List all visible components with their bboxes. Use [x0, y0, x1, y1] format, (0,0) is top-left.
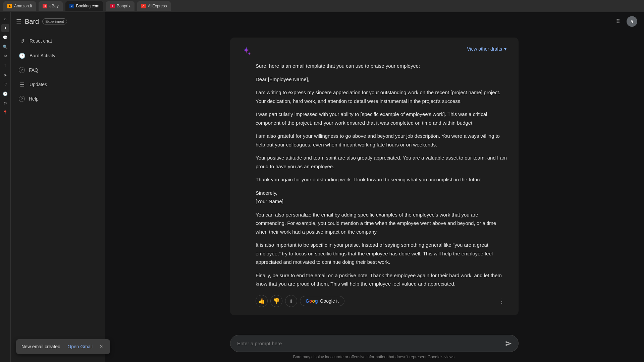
send-icon: [505, 340, 512, 347]
response-para-8: You can also personalize the email by ad…: [256, 210, 508, 236]
response-para-0: Sure, here is an email template that you…: [256, 62, 508, 70]
send-button[interactable]: [502, 338, 515, 350]
ali-favicon: A: [141, 4, 146, 8]
chat-icon[interactable]: 💬: [1, 34, 9, 42]
thumbs-up-button[interactable]: 👍: [256, 295, 268, 307]
open-gmail-button[interactable]: Open Gmail: [66, 343, 94, 350]
tab-ali-label: AliExpress: [148, 4, 167, 8]
prompt-input-wrapper: [230, 335, 519, 352]
bard-sidebar: ☰ Bard Experiment ↺ Reset chat 🕐 Bard Ac…: [11, 12, 105, 362]
more-options-button[interactable]: ⋮: [496, 295, 508, 307]
experiment-badge: Experiment: [42, 18, 67, 24]
response-para-1: Dear [Employee Name],: [256, 75, 508, 84]
faq-label: FAQ: [29, 67, 38, 73]
export-button[interactable]: ⬆: [285, 295, 297, 307]
browser-tab-bar: a Amazon.it e eBay B Booking.com b Bonpr…: [0, 0, 644, 12]
disclaimer-text: Bard may display inaccurate or offensive…: [293, 355, 456, 359]
thumbs-down-button[interactable]: 👎: [270, 295, 282, 307]
google-g-logo: Goog: [306, 298, 318, 304]
sidebar-nav: ↺ Reset chat 🕐 Bard Activity ? FAQ ☰ Upd…: [11, 31, 105, 109]
toast-notification: New email created Open Gmail ×: [16, 339, 110, 354]
chevron-down-icon: ▾: [504, 46, 506, 52]
translate-icon[interactable]: T: [1, 62, 9, 70]
view-other-drafts-label: View other drafts: [467, 46, 502, 52]
toast-text: New email created: [21, 344, 62, 349]
sidebar-item-help[interactable]: ? Help: [13, 93, 102, 105]
tab-booking[interactable]: B Booking.com: [65, 1, 103, 11]
response-text: Sure, here is an email template that you…: [241, 62, 508, 288]
chat-area: View other drafts ▾: [105, 31, 644, 331]
response-para-4: I am also grateful for your willingness …: [256, 132, 508, 149]
hamburger-icon[interactable]: ☰: [16, 18, 21, 25]
response-para-2: I am writing to express my sincere appre…: [256, 88, 508, 105]
app-container: ⌂ ✦ 💬 🔍 ✉ T ➤ ♡ 🕐 ⚙ 📍 ☰ Bard Experiment …: [0, 12, 644, 362]
tab-aliexpress[interactable]: A AliExpress: [137, 1, 171, 11]
bard-nav-icon[interactable]: ✦: [1, 24, 9, 32]
input-area: Bard may display inaccurate or offensive…: [105, 331, 644, 362]
tab-amazon-label: Amazon.it: [14, 4, 32, 8]
sidebar-item-reset-chat[interactable]: ↺ Reset chat: [13, 34, 102, 48]
bard-activity-icon: 🕐: [19, 52, 25, 59]
help-label: Help: [29, 96, 39, 102]
help-icon: ?: [19, 96, 25, 102]
response-para-6: Thank you again for your outstanding wor…: [256, 175, 508, 184]
response-para-7: Sincerely,[Your Name]: [256, 189, 508, 206]
response-actions: 👍 👎 ⬆ Goog Google it ⋮: [241, 295, 508, 307]
amazon-favicon: a: [7, 4, 12, 8]
view-other-drafts-button[interactable]: View other drafts ▾: [463, 44, 511, 54]
bard-star-icon: [241, 46, 252, 56]
bonprix-favicon: b: [110, 4, 115, 8]
tab-amazon[interactable]: a Amazon.it: [3, 1, 36, 11]
tab-ebay-label: eBay: [49, 4, 58, 8]
response-para-5: Your positive attitude and team spirit a…: [256, 154, 508, 171]
top-bar: ⠿ a: [105, 12, 644, 31]
top-bar-icons: ⠿ a: [612, 15, 637, 27]
response-para-9: It is also important to be specific in y…: [256, 241, 508, 266]
tab-bonprix[interactable]: b Bonprix: [106, 1, 135, 11]
main-content: ⠿ a View other drafts ▾: [105, 12, 644, 362]
faq-icon: ?: [19, 67, 25, 73]
sidebar-item-updates[interactable]: ☰ Updates: [13, 78, 102, 91]
bard-header: ☰ Bard Experiment: [11, 12, 105, 31]
search-icon[interactable]: 🔍: [1, 43, 9, 51]
response-para-3: I was particularly impressed with your a…: [256, 110, 508, 127]
response-container: View other drafts ▾: [230, 38, 519, 315]
pin-icon[interactable]: 📍: [1, 109, 9, 117]
tab-ebay[interactable]: e eBay: [39, 1, 62, 11]
user-avatar[interactable]: a: [627, 16, 637, 27]
booking-favicon: B: [69, 4, 74, 8]
bard-activity-label: Bard Activity: [30, 53, 55, 58]
reset-chat-icon: ↺: [19, 38, 25, 44]
home-icon[interactable]: ⌂: [1, 15, 9, 23]
google-it-button[interactable]: Goog Google it: [300, 296, 344, 306]
reset-chat-label: Reset chat: [30, 38, 52, 44]
tab-bonprix-label: Bonprix: [117, 4, 130, 8]
sidebar-item-faq[interactable]: ? FAQ: [13, 64, 102, 76]
heart-icon[interactable]: ♡: [1, 80, 9, 88]
ebay-favicon: e: [43, 4, 47, 8]
mail-icon[interactable]: ✉: [1, 52, 9, 60]
send-nav-icon[interactable]: ➤: [1, 71, 9, 79]
google-it-label: Google it: [320, 298, 339, 304]
bard-logo: Bard: [25, 18, 39, 25]
apps-icon[interactable]: ⠿: [612, 15, 624, 27]
response-para-10: Finally, be sure to end the email on a p…: [256, 271, 508, 288]
updates-label: Updates: [30, 82, 47, 87]
toast-close-button[interactable]: ×: [98, 343, 105, 350]
sidebar-item-bard-activity[interactable]: 🕐 Bard Activity: [13, 49, 102, 62]
tab-booking-label: Booking.com: [76, 4, 99, 8]
prompt-input[interactable]: [230, 335, 519, 352]
google-sidebar: ⌂ ✦ 💬 🔍 ✉ T ➤ ♡ 🕐 ⚙ 📍: [0, 12, 11, 362]
updates-icon: ☰: [19, 81, 25, 88]
settings-icon[interactable]: ⚙: [1, 99, 9, 107]
clock-icon[interactable]: 🕐: [1, 90, 9, 98]
